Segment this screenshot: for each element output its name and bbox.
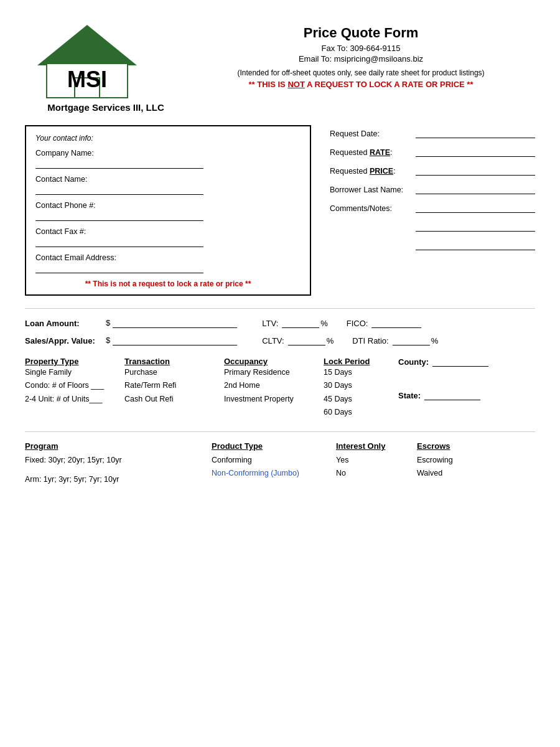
extra-field-1 [330,222,535,232]
contact-box: Your contact info: Company Name: Contact… [25,125,311,296]
product-type-header: Product Type [212,441,336,451]
contact-disclaimer: ** This is not a request to lock a rate … [35,280,301,288]
table-headers: Property Type Single Family Condo: # of … [25,357,535,419]
sales-value-row: Sales/Appr. Value: $ CLTV: % DTI Ratio: … [25,336,535,345]
transaction-data: Purchase Rate/Term Refi Cash Out Refi [124,366,224,406]
county-input[interactable] [432,357,488,367]
divider-2 [25,431,535,432]
contact-email-label: Contact Email Address: [35,253,301,262]
interest-no: No [336,467,417,480]
contact-phone-input[interactable] [35,211,203,221]
lock-30: 30 Days [324,379,398,392]
extra-field-2 [330,240,535,250]
requested-rate-input[interactable] [416,147,535,157]
comments-notes-field: Comments/Notes: [330,203,535,213]
program-arm: Arm: 1yr; 3yr; 5yr; 7yr; 10yr [25,473,212,486]
property-table-section: Property Type Single Family Condo: # of … [25,357,535,419]
msi-logo: MSI [25,19,149,100]
state-field-row: State: [398,390,535,400]
requested-rate-label: Requested RATE: [330,148,411,157]
transaction-header: Transaction [124,357,224,366]
intended-note: (Intended for off-sheet quotes only, see… [187,68,535,77]
occupancy-col: Occupancy Primary Residence 2nd Home Inv… [224,357,324,419]
product-conforming: Conforming [212,454,336,467]
contact-section: Your contact info: Company Name: Contact… [25,125,535,296]
contact-phone-field: Contact Phone #: [35,201,301,221]
extra-input-1[interactable] [416,222,535,232]
transaction-cash-out: Cash Out Refi [124,393,224,406]
escrows-header: Escrows [417,441,535,451]
lock-period-data: 15 Days 30 Days 45 Days 60 Days [324,366,398,419]
property-type-col: Property Type Single Family Condo: # of … [25,357,124,419]
company-name-label: Company Name: [35,149,301,157]
dti-pct: % [431,336,439,345]
property-type-data: Single Family Condo: # of Floors ___ 2-4… [25,366,124,406]
contact-name-input[interactable] [35,185,203,195]
dti-input[interactable] [393,336,430,345]
comments-notes-input[interactable] [416,203,535,213]
page-header: MSI Mortgage Services III, LLC Price Quo… [25,19,535,113]
svg-text:MSI: MSI [67,67,107,92]
sales-value-input[interactable] [113,336,237,345]
extra-input-2[interactable] [416,240,535,250]
cltv-input[interactable] [288,336,325,345]
requested-price-input[interactable] [416,166,535,176]
property-single-family: Single Family [25,366,124,379]
fico-input[interactable] [371,318,421,328]
property-2-4-unit: 2-4 Unit: # of Units___ [25,393,124,406]
escrows-col: Escrows Escrowing Waived [417,441,535,487]
transaction-purchase: Purchase [124,366,224,379]
borrower-lastname-input[interactable] [416,184,535,194]
requested-price-field: Requested PRICE: [330,166,535,176]
fax-line: Fax To: 309-664-9115 [187,44,535,53]
occupancy-header: Occupancy [224,357,324,366]
county-field: County: State: [398,357,535,400]
state-input[interactable] [424,390,480,400]
transaction-rate-term: Rate/Term Refi [124,379,224,392]
loan-dollar-sign: $ [106,318,110,327]
lock-15: 15 Days [324,366,398,379]
property-condo: Condo: # of Floors ___ [25,379,124,392]
contact-name-field: Contact Name: [35,175,301,195]
form-title: Price Quote Form [187,25,535,41]
occupancy-2nd-home: 2nd Home [224,379,324,392]
loan-amount-row: Loan Amount: $ LTV: % FICO: [25,318,535,328]
email-line: Email To: msipricing@msiloans.biz [187,54,535,63]
property-type-header: Property Type [25,357,124,366]
request-date-field: Request Date: [330,128,535,138]
lock-period-header: Lock Period [324,357,398,366]
header-right: Price Quote Form Fax To: 309-664-9115 Em… [187,19,535,89]
contact-email-input[interactable] [35,263,203,273]
cltv-label: CLTV: [262,336,284,345]
interest-only-header: Interest Only [336,441,417,451]
state-row: State: [398,390,535,400]
request-date-input[interactable] [416,128,535,138]
ltv-input[interactable] [282,318,319,328]
occupancy-primary: Primary Residence [224,366,324,379]
request-fields: Request Date: Requested RATE: Requested … [330,125,535,296]
county-row: County: [398,357,535,367]
transaction-col: Transaction Purchase Rate/Term Refi Cash… [124,357,224,419]
contact-name-label: Contact Name: [35,175,301,184]
county-label: County: [398,357,429,367]
ltv-label: LTV: [262,319,278,328]
escrows-waived: Waived [417,467,535,480]
contact-email-field: Contact Email Address: [35,253,301,273]
request-date-label: Request Date: [330,129,411,138]
contact-fax-label: Contact Fax #: [35,227,301,236]
occupancy-investment: Investment Property [224,393,324,406]
contact-fax-input[interactable] [35,237,203,247]
lock-45: 45 Days [324,393,398,406]
company-name-input[interactable] [35,159,203,169]
contact-fax-field: Contact Fax #: [35,227,301,247]
company-name: Mortgage Services III, LLC [25,102,187,113]
cltv-pct: % [327,336,334,345]
ltv-pct: % [320,319,328,328]
divider-1 [25,308,535,309]
loan-amount-input[interactable] [113,318,237,328]
loan-rows-section: Loan Amount: $ LTV: % FICO: Sales/Appr. … [25,318,535,345]
fico-label: FICO: [347,319,368,328]
company-name-field: Company Name: [35,149,301,169]
product-non-conforming: Non-Conforming (Jumbo) [212,467,336,480]
not-underline: NOT [287,80,304,89]
